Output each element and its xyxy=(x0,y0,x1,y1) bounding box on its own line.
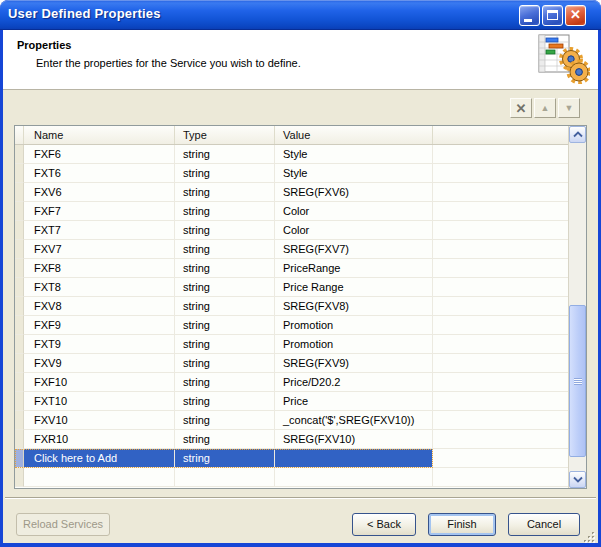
cell-margin[interactable] xyxy=(15,411,24,430)
add-row-extra-cell[interactable] xyxy=(433,449,568,468)
cell-name[interactable]: FXT10 xyxy=(24,392,175,411)
cell-name[interactable]: FXV6 xyxy=(24,183,175,202)
cell-type[interactable]: string xyxy=(175,240,275,259)
cell-type[interactable]: string xyxy=(175,297,275,316)
cell-extra[interactable] xyxy=(433,221,568,240)
cell-type[interactable]: string xyxy=(175,316,275,335)
cell-value[interactable]: Style xyxy=(275,164,433,183)
cell-margin[interactable] xyxy=(15,392,24,411)
cell-extra[interactable] xyxy=(433,316,568,335)
table-row[interactable]: FXV9stringSREG(FXV9) xyxy=(15,354,568,373)
cell-type[interactable]: string xyxy=(175,354,275,373)
cell-name[interactable]: FXT9 xyxy=(24,335,175,354)
cell-type[interactable]: string xyxy=(175,259,275,278)
table-row[interactable]: FXV7stringSREG(FXV7) xyxy=(15,240,568,259)
table-row[interactable]: FXT9stringPromotion xyxy=(15,335,568,354)
cell-extra[interactable] xyxy=(433,430,568,449)
scroll-down-button[interactable] xyxy=(569,471,586,488)
scroll-up-button[interactable] xyxy=(569,126,586,143)
add-row-type-cell[interactable]: string xyxy=(175,449,275,468)
move-down-button[interactable]: ▼ xyxy=(558,98,580,118)
add-row-value-cell[interactable] xyxy=(275,449,433,468)
table-row[interactable]: FXT7stringColor xyxy=(15,221,568,240)
cell-type[interactable]: string xyxy=(175,221,275,240)
cell-value[interactable]: SREG(FXV6) xyxy=(275,183,433,202)
cell-value[interactable]: Promotion xyxy=(275,316,433,335)
cell-margin[interactable] xyxy=(15,164,24,183)
table-row[interactable]: FXF7stringColor xyxy=(15,202,568,221)
table-row[interactable]: FXT10stringPrice xyxy=(15,392,568,411)
cell-name[interactable]: FXV8 xyxy=(24,297,175,316)
cell-type[interactable]: string xyxy=(175,411,275,430)
cell-value[interactable]: Price/D20.2 xyxy=(275,373,433,392)
cancel-button[interactable]: Cancel xyxy=(508,513,580,536)
cell-name[interactable]: FXF10 xyxy=(24,373,175,392)
cell-extra[interactable] xyxy=(433,145,568,164)
cell-extra[interactable] xyxy=(433,183,568,202)
table-add-row[interactable]: Click here to Add string xyxy=(15,449,568,468)
table-row[interactable]: FXF6stringStyle xyxy=(15,145,568,164)
table-row[interactable]: FXT8stringPrice Range xyxy=(15,278,568,297)
cell-extra[interactable] xyxy=(433,297,568,316)
cell-type[interactable]: string xyxy=(175,202,275,221)
move-up-button[interactable]: ▲ xyxy=(534,98,556,118)
table-row[interactable]: FXV8stringSREG(FXV8) xyxy=(15,297,568,316)
cell-name[interactable]: FXV9 xyxy=(24,354,175,373)
cell-value[interactable]: Color xyxy=(275,221,433,240)
cell-name[interactable]: FXV10 xyxy=(24,411,175,430)
cell-margin[interactable] xyxy=(15,259,24,278)
cell-extra[interactable] xyxy=(433,202,568,221)
column-header-type[interactable]: Type xyxy=(175,126,275,144)
empty-row[interactable] xyxy=(15,468,568,487)
table-row[interactable]: FXV6stringSREG(FXV6) xyxy=(15,183,568,202)
table-row[interactable]: FXT6stringStyle xyxy=(15,164,568,183)
cell-margin[interactable] xyxy=(15,430,24,449)
cell-type[interactable]: string xyxy=(175,373,275,392)
table-row[interactable]: FXF10stringPrice/D20.2 xyxy=(15,373,568,392)
close-button[interactable]: ✕ xyxy=(565,5,586,26)
cell-name[interactable]: FXF9 xyxy=(24,316,175,335)
cell-extra[interactable] xyxy=(433,354,568,373)
cell-type[interactable]: string xyxy=(175,183,275,202)
vertical-scrollbar[interactable] xyxy=(568,126,586,488)
table-row[interactable]: FXV10string_concat('$',SREG(FXV10)) xyxy=(15,411,568,430)
minimize-button[interactable] xyxy=(519,5,540,26)
column-header-value[interactable]: Value xyxy=(275,126,433,144)
reload-services-button[interactable]: Reload Services xyxy=(16,513,110,536)
cell-name[interactable]: FXF7 xyxy=(24,202,175,221)
cell-extra[interactable] xyxy=(433,259,568,278)
cell-extra[interactable] xyxy=(433,335,568,354)
cell-margin[interactable] xyxy=(15,202,24,221)
cell-value[interactable]: SREG(FXV9) xyxy=(275,354,433,373)
cell-name[interactable]: FXT8 xyxy=(24,278,175,297)
cell-value[interactable]: _concat('$',SREG(FXV10)) xyxy=(275,411,433,430)
cell-margin[interactable] xyxy=(15,297,24,316)
table-row[interactable]: FXR10stringSREG(FXV10) xyxy=(15,430,568,449)
scrollbar-thumb[interactable] xyxy=(569,305,586,457)
cell-name[interactable]: FXF6 xyxy=(24,145,175,164)
cell-name[interactable]: FXT6 xyxy=(24,164,175,183)
cell-margin[interactable] xyxy=(15,354,24,373)
maximize-button[interactable] xyxy=(542,5,563,26)
cell-value[interactable]: Color xyxy=(275,202,433,221)
table-row[interactable]: FXF9stringPromotion xyxy=(15,316,568,335)
cell-name[interactable]: FXT7 xyxy=(24,221,175,240)
titlebar[interactable]: User Defined Properties ✕ xyxy=(0,0,601,30)
cell-name[interactable]: FXF8 xyxy=(24,259,175,278)
cell-value[interactable]: Style xyxy=(275,145,433,164)
column-header-extra[interactable] xyxy=(433,126,568,144)
cell-value[interactable]: SREG(FXV7) xyxy=(275,240,433,259)
cell-extra[interactable] xyxy=(433,373,568,392)
add-row-name-cell[interactable]: Click here to Add xyxy=(24,449,175,468)
cell-margin[interactable] xyxy=(15,335,24,354)
cell-type[interactable]: string xyxy=(175,145,275,164)
cell-extra[interactable] xyxy=(433,392,568,411)
cell-margin[interactable] xyxy=(15,240,24,259)
cell-margin[interactable] xyxy=(15,316,24,335)
table-row[interactable]: FXF8stringPriceRange xyxy=(15,259,568,278)
row-selector-cell[interactable] xyxy=(15,449,24,468)
cell-value[interactable]: PriceRange xyxy=(275,259,433,278)
cell-type[interactable]: string xyxy=(175,335,275,354)
cell-margin[interactable] xyxy=(15,221,24,240)
cell-name[interactable]: FXV7 xyxy=(24,240,175,259)
